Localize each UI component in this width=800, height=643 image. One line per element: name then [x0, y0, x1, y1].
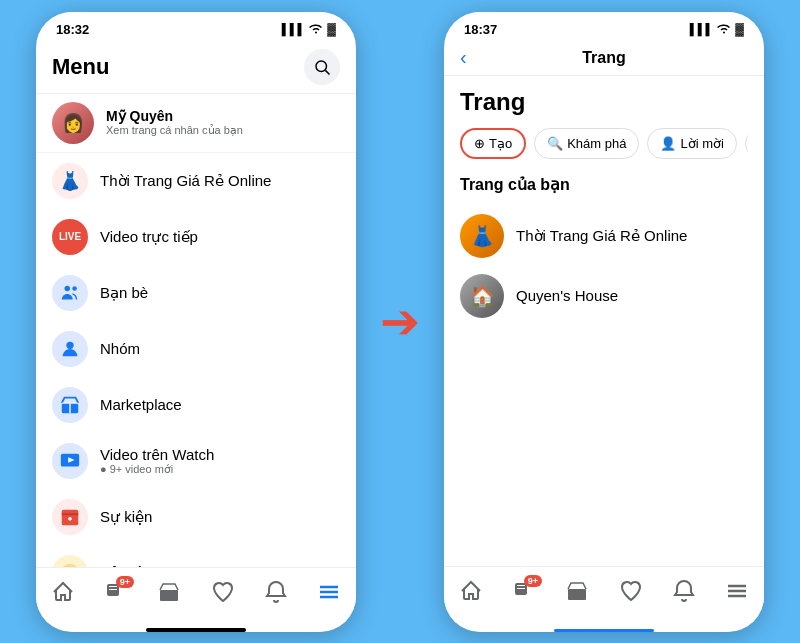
page-2-avatar: 🏠 [460, 274, 504, 318]
page-account-icon: 👗 [52, 163, 88, 199]
right-nav-heart[interactable] [604, 575, 657, 607]
menu-item-groups[interactable]: Nhóm [36, 321, 356, 377]
page-1-avatar: 👗 [460, 214, 504, 258]
live-icon: LIVE [52, 219, 88, 255]
svg-rect-26 [517, 585, 525, 586]
notifications-badge: 9+ [116, 576, 134, 588]
groups-label: Nhóm [100, 340, 140, 357]
tab-invites[interactable]: 👤 Lời mời [647, 128, 736, 159]
trang-content: Trang ⊕ Tạo 🔍 Khám phá 👤 Lời mời [444, 76, 764, 566]
watch-label: Video trên Watch ● 9+ video mới [100, 446, 214, 476]
right-bottom-nav: 9+ [444, 566, 764, 623]
user-info: Mỹ Quyên Xem trang cá nhân của bạn [106, 108, 243, 137]
svg-rect-28 [568, 589, 586, 600]
explore-label: Khám phá [567, 136, 626, 151]
user-profile-item[interactable]: 👩 Mỹ Quyên Xem trang cá nhân của bạn [36, 94, 356, 153]
user-subtitle: Xem trang cá nhân của bạn [106, 124, 243, 137]
svg-rect-11 [62, 513, 79, 515]
svg-point-3 [72, 286, 77, 291]
friends-label: Bạn bè [100, 284, 148, 302]
marketplace-icon [52, 387, 88, 423]
nav-menu[interactable] [303, 576, 356, 608]
arrow-container: ➔ [372, 298, 428, 346]
create-icon: ⊕ [474, 136, 485, 151]
friends-icon [52, 275, 88, 311]
svg-line-1 [325, 70, 329, 74]
svg-point-4 [66, 341, 73, 348]
battery-icon: ▓ [327, 22, 336, 36]
left-bottom-nav: 9+ [36, 567, 356, 624]
direction-arrow: ➔ [380, 298, 420, 346]
menu-item-memories[interactable]: Kỷ niệm [36, 545, 356, 567]
page-account-label: Thời Trang Giá Rẻ Online [100, 172, 271, 190]
wifi-icon [309, 22, 323, 36]
menu-item-watch[interactable]: Video trên Watch ● 9+ video mới [36, 433, 356, 489]
main-container: 18:32 ▌▌▌ ▓ Menu 👩 [0, 0, 800, 643]
memories-icon [52, 555, 88, 567]
right-phone: 18:37 ▌▌▌ ▓ ‹ Trang Trang [444, 12, 764, 632]
menu-item-events[interactable]: Sự kiện [36, 489, 356, 545]
create-label: Tạo [489, 136, 512, 151]
left-phone: 18:32 ▌▌▌ ▓ Menu 👩 [36, 12, 356, 632]
trang-header-title: Trang [582, 49, 626, 67]
events-icon [52, 499, 88, 535]
right-battery-icon: ▓ [735, 22, 744, 36]
svg-rect-21 [160, 590, 178, 601]
nav-store[interactable] [143, 576, 196, 608]
tab-more[interactable]: 👍 Tr [745, 128, 748, 159]
tab-explore[interactable]: 🔍 Khám phá [534, 128, 639, 159]
watch-icon [52, 443, 88, 479]
right-nav-bell[interactable] [657, 575, 710, 607]
invites-icon: 👤 [660, 136, 676, 151]
search-button[interactable] [304, 49, 340, 85]
section-title: Trang của bạn [460, 175, 748, 194]
page-list-item-2[interactable]: 🏠 Quyen's House [460, 266, 748, 326]
nav-heart[interactable] [196, 576, 249, 608]
svg-rect-20 [109, 589, 117, 590]
nav-home[interactable] [36, 576, 89, 608]
page-list-item-1[interactable]: 👗 Thời Trang Giá Rẻ Online [460, 206, 748, 266]
trang-tabs: ⊕ Tạo 🔍 Khám phá 👤 Lời mời 👍 Tr [460, 128, 748, 159]
watch-badge: ● 9+ video mới [100, 463, 214, 476]
signal-icon: ▌▌▌ [282, 23, 305, 35]
user-name: Mỹ Quyên [106, 108, 243, 124]
events-label: Sự kiện [100, 508, 152, 526]
menu-item-marketplace[interactable]: Marketplace [36, 377, 356, 433]
page-2-name: Quyen's House [516, 287, 618, 304]
svg-rect-27 [517, 588, 525, 589]
invites-label: Lời mời [680, 136, 723, 151]
left-status-bar: 18:32 ▌▌▌ ▓ [36, 12, 356, 41]
tab-create[interactable]: ⊕ Tạo [460, 128, 526, 159]
right-nav-home[interactable] [444, 575, 497, 607]
right-notifications-badge: 9+ [524, 575, 542, 587]
menu-item-page-account[interactable]: 👗 Thời Trang Giá Rẻ Online [36, 153, 356, 209]
right-status-right: ▌▌▌ ▓ [690, 22, 744, 36]
right-signal-icon: ▌▌▌ [690, 23, 713, 35]
svg-rect-19 [109, 586, 117, 587]
live-label: Video trực tiếp [100, 228, 198, 246]
left-home-indicator [146, 628, 246, 632]
trang-page-title: Trang [460, 88, 748, 116]
svg-point-12 [68, 517, 72, 521]
trang-header: ‹ Trang [444, 41, 764, 76]
right-nav-store[interactable] [551, 575, 604, 607]
menu-header: Menu [36, 41, 356, 94]
menu-list: 👩 Mỹ Quyên Xem trang cá nhân của bạn 👗 T… [36, 94, 356, 567]
explore-icon: 🔍 [547, 136, 563, 151]
menu-item-friends[interactable]: Bạn bè [36, 265, 356, 321]
menu-item-live[interactable]: LIVE Video trực tiếp [36, 209, 356, 265]
back-button[interactable]: ‹ [460, 46, 467, 69]
left-status-right: ▌▌▌ ▓ [282, 22, 336, 36]
nav-notifications[interactable]: 9+ [89, 576, 142, 608]
right-status-bar: 18:37 ▌▌▌ ▓ [444, 12, 764, 41]
menu-title: Menu [52, 54, 109, 80]
right-time: 18:37 [464, 22, 497, 37]
groups-icon [52, 331, 88, 367]
right-nav-menu[interactable] [711, 575, 764, 607]
svg-point-2 [65, 285, 71, 291]
right-home-indicator [554, 629, 654, 632]
right-nav-notifications[interactable]: 9+ [497, 575, 550, 607]
left-screen: Menu 👩 Mỹ Quyên Xem trang cá nhân của bạ… [36, 41, 356, 632]
nav-bell[interactable] [249, 576, 302, 608]
right-screen: ‹ Trang Trang ⊕ Tạo 🔍 Khám phá [444, 41, 764, 632]
